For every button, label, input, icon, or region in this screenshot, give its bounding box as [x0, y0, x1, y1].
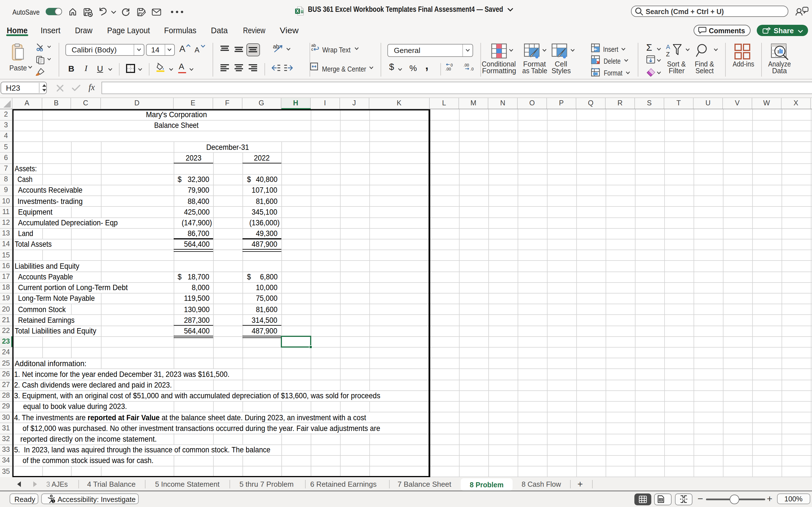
svg-text:.0: .0	[470, 67, 474, 71]
svg-text:c: c	[311, 47, 313, 51]
svg-text:A: A	[666, 44, 670, 51]
svg-text:Z: Z	[666, 51, 670, 58]
svg-text:.00: .00	[446, 67, 451, 71]
svg-text:.00: .00	[463, 63, 469, 67]
svg-text:X: X	[296, 9, 299, 13]
svg-text:!: !	[53, 499, 54, 503]
